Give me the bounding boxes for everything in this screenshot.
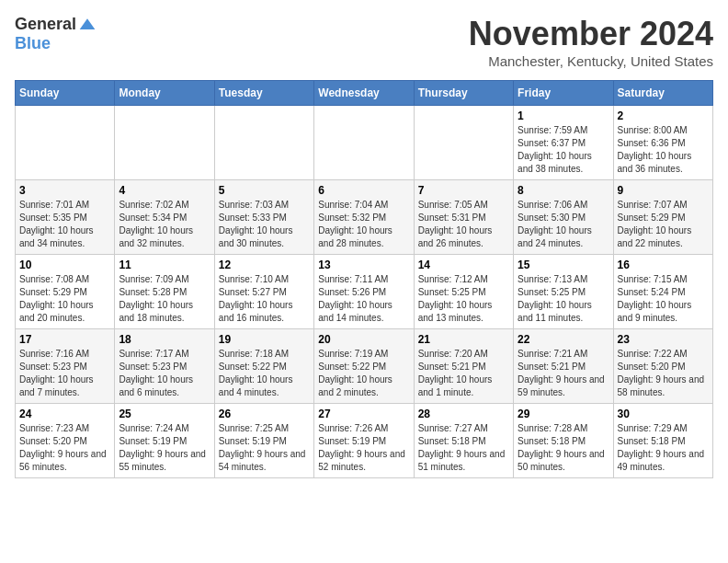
day-info: Sunrise: 8:00 AM Sunset: 6:36 PM Dayligh… bbox=[618, 124, 709, 176]
calendar-cell: 9Sunrise: 7:07 AM Sunset: 5:29 PM Daylig… bbox=[613, 180, 712, 255]
day-header-wednesday: Wednesday bbox=[314, 81, 414, 106]
day-number: 20 bbox=[318, 333, 409, 346]
day-info: Sunrise: 7:02 AM Sunset: 5:34 PM Dayligh… bbox=[119, 199, 210, 250]
calendar-cell: 13Sunrise: 7:11 AM Sunset: 5:26 PM Dayli… bbox=[314, 255, 414, 329]
day-number: 25 bbox=[119, 408, 210, 420]
calendar-cell: 4Sunrise: 7:02 AM Sunset: 5:34 PM Daylig… bbox=[115, 180, 214, 255]
day-header-monday: Monday bbox=[115, 81, 214, 106]
day-header-sunday: Sunday bbox=[16, 81, 115, 106]
day-header-saturday: Saturday bbox=[613, 81, 712, 106]
calendar-cell: 11Sunrise: 7:09 AM Sunset: 5:28 PM Dayli… bbox=[115, 255, 214, 329]
calendar-cell: 12Sunrise: 7:10 AM Sunset: 5:27 PM Dayli… bbox=[214, 255, 313, 329]
day-number: 18 bbox=[119, 333, 210, 346]
day-number: 29 bbox=[518, 408, 609, 420]
logo-general-text: General bbox=[15, 15, 76, 34]
day-number: 4 bbox=[119, 184, 210, 197]
day-info: Sunrise: 7:09 AM Sunset: 5:28 PM Dayligh… bbox=[119, 273, 210, 325]
calendar-cell: 2Sunrise: 8:00 AM Sunset: 6:36 PM Daylig… bbox=[613, 106, 712, 180]
calendar-cell: 8Sunrise: 7:06 AM Sunset: 5:30 PM Daylig… bbox=[514, 180, 613, 255]
logo-blue-text: Blue bbox=[15, 34, 51, 53]
calendar-cell: 25Sunrise: 7:24 AM Sunset: 5:19 PM Dayli… bbox=[115, 404, 214, 478]
day-info: Sunrise: 7:03 AM Sunset: 5:33 PM Dayligh… bbox=[219, 199, 310, 250]
calendar-cell: 20Sunrise: 7:19 AM Sunset: 5:22 PM Dayli… bbox=[314, 329, 414, 404]
day-number: 23 bbox=[618, 333, 709, 346]
day-info: Sunrise: 7:16 AM Sunset: 5:23 PM Dayligh… bbox=[19, 348, 110, 399]
calendar-cell: 19Sunrise: 7:18 AM Sunset: 5:22 PM Dayli… bbox=[214, 329, 313, 404]
day-info: Sunrise: 7:05 AM Sunset: 5:31 PM Dayligh… bbox=[418, 199, 509, 250]
day-number: 1 bbox=[518, 109, 609, 122]
calendar-cell bbox=[414, 106, 513, 180]
day-number: 10 bbox=[19, 259, 110, 271]
day-info: Sunrise: 7:26 AM Sunset: 5:19 PM Dayligh… bbox=[318, 422, 409, 474]
calendar-cell: 3Sunrise: 7:01 AM Sunset: 5:35 PM Daylig… bbox=[16, 180, 115, 255]
day-number: 8 bbox=[518, 184, 609, 197]
calendar-cell: 5Sunrise: 7:03 AM Sunset: 5:33 PM Daylig… bbox=[214, 180, 313, 255]
day-number: 22 bbox=[518, 333, 609, 346]
day-header-friday: Friday bbox=[514, 81, 613, 106]
calendar-cell: 7Sunrise: 7:05 AM Sunset: 5:31 PM Daylig… bbox=[414, 180, 513, 255]
calendar-cell: 22Sunrise: 7:21 AM Sunset: 5:21 PM Dayli… bbox=[514, 329, 613, 404]
day-info: Sunrise: 7:24 AM Sunset: 5:19 PM Dayligh… bbox=[119, 422, 210, 474]
calendar-cell bbox=[314, 106, 414, 180]
day-number: 2 bbox=[618, 109, 709, 122]
day-info: Sunrise: 7:22 AM Sunset: 5:20 PM Dayligh… bbox=[618, 348, 709, 399]
day-info: Sunrise: 7:18 AM Sunset: 5:22 PM Dayligh… bbox=[219, 348, 310, 399]
logo: General Blue bbox=[15, 15, 97, 53]
calendar-cell: 15Sunrise: 7:13 AM Sunset: 5:25 PM Dayli… bbox=[514, 255, 613, 329]
calendar-cell: 30Sunrise: 7:29 AM Sunset: 5:18 PM Dayli… bbox=[613, 404, 712, 478]
calendar-cell: 23Sunrise: 7:22 AM Sunset: 5:20 PM Dayli… bbox=[613, 329, 712, 404]
day-info: Sunrise: 7:11 AM Sunset: 5:26 PM Dayligh… bbox=[318, 273, 409, 325]
calendar-week-1: 1Sunrise: 7:59 AM Sunset: 6:37 PM Daylig… bbox=[16, 106, 713, 180]
day-info: Sunrise: 7:13 AM Sunset: 5:25 PM Dayligh… bbox=[518, 273, 609, 325]
day-info: Sunrise: 7:25 AM Sunset: 5:19 PM Dayligh… bbox=[219, 422, 310, 474]
calendar-week-5: 24Sunrise: 7:23 AM Sunset: 5:20 PM Dayli… bbox=[16, 404, 713, 478]
day-info: Sunrise: 7:21 AM Sunset: 5:21 PM Dayligh… bbox=[518, 348, 609, 399]
calendar-cell: 29Sunrise: 7:28 AM Sunset: 5:18 PM Dayli… bbox=[514, 404, 613, 478]
calendar: SundayMondayTuesdayWednesdayThursdayFrid… bbox=[15, 80, 713, 478]
day-info: Sunrise: 7:12 AM Sunset: 5:25 PM Dayligh… bbox=[418, 273, 509, 325]
day-number: 30 bbox=[618, 408, 709, 420]
day-info: Sunrise: 7:19 AM Sunset: 5:22 PM Dayligh… bbox=[318, 348, 409, 399]
day-number: 12 bbox=[219, 259, 310, 271]
day-number: 9 bbox=[618, 184, 709, 197]
day-info: Sunrise: 7:29 AM Sunset: 5:18 PM Dayligh… bbox=[618, 422, 709, 474]
day-number: 3 bbox=[19, 184, 110, 197]
day-info: Sunrise: 7:15 AM Sunset: 5:24 PM Dayligh… bbox=[618, 273, 709, 325]
title-area: November 2024 Manchester, Kentucky, Unit… bbox=[469, 15, 713, 69]
day-info: Sunrise: 7:27 AM Sunset: 5:18 PM Dayligh… bbox=[418, 422, 509, 474]
day-info: Sunrise: 7:10 AM Sunset: 5:27 PM Dayligh… bbox=[219, 273, 310, 325]
day-number: 16 bbox=[618, 259, 709, 271]
location: Manchester, Kentucky, United States bbox=[469, 53, 713, 69]
day-number: 24 bbox=[19, 408, 110, 420]
day-number: 26 bbox=[219, 408, 310, 420]
day-header-thursday: Thursday bbox=[414, 81, 513, 106]
day-info: Sunrise: 7:01 AM Sunset: 5:35 PM Dayligh… bbox=[19, 199, 110, 250]
calendar-cell: 26Sunrise: 7:25 AM Sunset: 5:19 PM Dayli… bbox=[214, 404, 313, 478]
day-number: 11 bbox=[119, 259, 210, 271]
calendar-cell: 6Sunrise: 7:04 AM Sunset: 5:32 PM Daylig… bbox=[314, 180, 414, 255]
month-title: November 2024 bbox=[469, 15, 713, 53]
calendar-cell: 10Sunrise: 7:08 AM Sunset: 5:29 PM Dayli… bbox=[16, 255, 115, 329]
day-number: 5 bbox=[219, 184, 310, 197]
day-info: Sunrise: 7:07 AM Sunset: 5:29 PM Dayligh… bbox=[618, 199, 709, 250]
header: General Blue November 2024 Manchester, K… bbox=[15, 15, 713, 69]
calendar-week-3: 10Sunrise: 7:08 AM Sunset: 5:29 PM Dayli… bbox=[16, 255, 713, 329]
day-info: Sunrise: 7:28 AM Sunset: 5:18 PM Dayligh… bbox=[518, 422, 609, 474]
calendar-cell: 17Sunrise: 7:16 AM Sunset: 5:23 PM Dayli… bbox=[16, 329, 115, 404]
calendar-cell bbox=[115, 106, 214, 180]
calendar-cell: 14Sunrise: 7:12 AM Sunset: 5:25 PM Dayli… bbox=[414, 255, 513, 329]
logo-icon bbox=[78, 16, 97, 34]
calendar-cell: 1Sunrise: 7:59 AM Sunset: 6:37 PM Daylig… bbox=[514, 106, 613, 180]
day-info: Sunrise: 7:04 AM Sunset: 5:32 PM Dayligh… bbox=[318, 199, 409, 250]
day-number: 28 bbox=[418, 408, 509, 420]
day-number: 15 bbox=[518, 259, 609, 271]
calendar-cell: 24Sunrise: 7:23 AM Sunset: 5:20 PM Dayli… bbox=[16, 404, 115, 478]
day-header-tuesday: Tuesday bbox=[214, 81, 313, 106]
calendar-cell: 28Sunrise: 7:27 AM Sunset: 5:18 PM Dayli… bbox=[414, 404, 513, 478]
calendar-cell: 18Sunrise: 7:17 AM Sunset: 5:23 PM Dayli… bbox=[115, 329, 214, 404]
day-info: Sunrise: 7:17 AM Sunset: 5:23 PM Dayligh… bbox=[119, 348, 210, 399]
day-info: Sunrise: 7:06 AM Sunset: 5:30 PM Dayligh… bbox=[518, 199, 609, 250]
day-number: 6 bbox=[318, 184, 409, 197]
day-info: Sunrise: 7:23 AM Sunset: 5:20 PM Dayligh… bbox=[19, 422, 110, 474]
calendar-cell: 27Sunrise: 7:26 AM Sunset: 5:19 PM Dayli… bbox=[314, 404, 414, 478]
